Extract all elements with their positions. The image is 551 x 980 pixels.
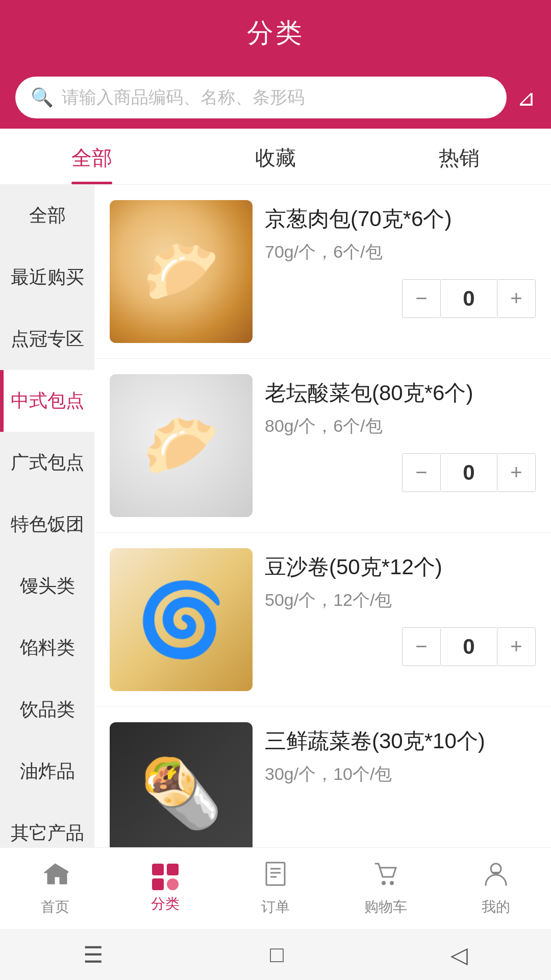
product-info-3: 豆沙卷(50克*12个) 50g/个，12个/包 − 0 + xyxy=(265,548,536,666)
qty-minus-1[interactable]: − xyxy=(402,279,441,318)
list-item: 京葱肉包(70克*6个) 70g/个，6个/包 − 0 + xyxy=(94,185,551,359)
sidebar-item-recent[interactable]: 最近购买 xyxy=(0,247,94,308)
nav-label-category: 分类 xyxy=(151,894,180,914)
product-name-4: 三鲜蔬菜卷(30克*10个) xyxy=(265,727,536,755)
nav-label-profile: 我的 xyxy=(482,897,510,917)
product-info-1: 京葱肉包(70克*6个) 70g/个，6个/包 − 0 + xyxy=(265,200,536,318)
system-nav: ☰ □ ◁ xyxy=(0,929,551,980)
qty-control-1: − 0 + xyxy=(265,279,536,318)
sidebar-item-rice-balls[interactable]: 特色饭团 xyxy=(0,494,94,555)
product-name-3: 豆沙卷(50克*12个) xyxy=(265,553,536,581)
qty-value-2: 0 xyxy=(441,453,497,492)
product-spec-3: 50g/个，12个/包 xyxy=(265,589,536,612)
product-spec-1: 70g/个，6个/包 xyxy=(265,240,536,264)
system-back-button[interactable]: ◁ xyxy=(450,942,468,968)
nav-label-home: 首页 xyxy=(41,897,69,917)
product-image-3 xyxy=(110,548,253,691)
product-name-2: 老坛酸菜包(80克*6个) xyxy=(265,379,536,407)
sidebar-item-chinese-buns[interactable]: 中式包点 xyxy=(0,370,94,432)
sidebar-item-steamed-buns[interactable]: 馒头类 xyxy=(0,555,94,617)
svg-point-4 xyxy=(382,881,386,885)
svg-rect-7 xyxy=(492,872,500,874)
header: 分类 xyxy=(0,0,551,66)
nav-label-cart: 购物车 xyxy=(364,897,407,917)
product-info-2: 老坛酸菜包(80克*6个) 80g/个，6个/包 − 0 + xyxy=(265,374,536,492)
sidebar-item-all[interactable]: 全部 xyxy=(0,185,94,247)
sidebar-item-special[interactable]: 点冠专区 xyxy=(0,308,94,370)
tabs: 全部 收藏 热销 xyxy=(0,129,551,185)
product-list: 京葱肉包(70克*6个) 70g/个，6个/包 − 0 + 老坛酸菜包(80克*… xyxy=(94,185,551,899)
qty-value-3: 0 xyxy=(441,627,497,666)
cart-icon xyxy=(372,861,399,893)
qty-minus-3[interactable]: − xyxy=(402,627,441,666)
search-placeholder: 请输入商品编码、名称、条形码 xyxy=(62,86,305,109)
content-area: 全部 最近购买 点冠专区 中式包点 广式包点 特色饭团 馒头类 馅料类 饮品类 … xyxy=(0,185,551,899)
sidebar-item-fillings[interactable]: 馅料类 xyxy=(0,617,94,679)
search-icon: 🔍 xyxy=(31,87,54,108)
product-image-1 xyxy=(110,200,253,343)
qty-plus-2[interactable]: + xyxy=(497,453,536,492)
search-bar: 🔍 请输入商品编码、名称、条形码 ⊿ xyxy=(0,66,551,129)
nav-item-home[interactable]: 首页 xyxy=(0,861,110,917)
nav-item-category[interactable]: 分类 xyxy=(110,864,220,914)
svg-point-5 xyxy=(390,881,394,885)
search-input-wrap[interactable]: 🔍 请输入商品编码、名称、条形码 xyxy=(15,77,507,118)
category-icon xyxy=(152,864,179,890)
product-image-2 xyxy=(110,374,253,517)
qty-plus-3[interactable]: + xyxy=(497,627,536,666)
nav-item-orders[interactable]: 订单 xyxy=(220,861,331,917)
qty-value-1: 0 xyxy=(441,279,497,318)
order-icon xyxy=(262,861,289,893)
sidebar-item-cantonese[interactable]: 广式包点 xyxy=(0,432,94,494)
system-home-button[interactable]: □ xyxy=(270,942,284,967)
sidebar-item-drinks[interactable]: 饮品类 xyxy=(0,679,94,741)
nav-item-cart[interactable]: 购物车 xyxy=(331,861,441,917)
sidebar: 全部 最近购买 点冠专区 中式包点 广式包点 特色饭团 馒头类 馅料类 饮品类 … xyxy=(0,185,94,899)
product-spec-4: 30g/个，10个/包 xyxy=(265,763,536,786)
filter-icon[interactable]: ⊿ xyxy=(517,85,536,111)
tab-hot[interactable]: 热销 xyxy=(367,129,551,184)
system-menu-button[interactable]: ☰ xyxy=(83,942,103,968)
product-image-4 xyxy=(110,722,253,865)
list-item: 豆沙卷(50克*12个) 50g/个，12个/包 − 0 + xyxy=(94,533,551,707)
product-spec-2: 80g/个，6个/包 xyxy=(265,414,536,438)
page-title: 分类 xyxy=(247,15,304,51)
qty-minus-2[interactable]: − xyxy=(402,453,441,492)
bottom-nav: 首页 分类 订单 购物车 xyxy=(0,847,551,929)
tab-favorites[interactable]: 收藏 xyxy=(184,129,367,184)
qty-control-3: − 0 + xyxy=(265,627,536,666)
qty-plus-1[interactable]: + xyxy=(497,279,536,318)
svg-rect-0 xyxy=(266,863,285,885)
sidebar-item-fried[interactable]: 油炸品 xyxy=(0,741,94,802)
product-info-4: 三鲜蔬菜卷(30克*10个) 30g/个，10个/包 xyxy=(265,722,536,801)
tab-all[interactable]: 全部 xyxy=(0,129,184,184)
profile-icon xyxy=(483,861,509,893)
list-item: 老坛酸菜包(80克*6个) 80g/个，6个/包 − 0 + xyxy=(94,359,551,533)
product-name-1: 京葱肉包(70克*6个) xyxy=(265,205,536,233)
nav-label-orders: 订单 xyxy=(261,897,290,917)
qty-control-2: − 0 + xyxy=(265,453,536,492)
home-icon xyxy=(42,861,68,893)
nav-item-profile[interactable]: 我的 xyxy=(441,861,551,917)
